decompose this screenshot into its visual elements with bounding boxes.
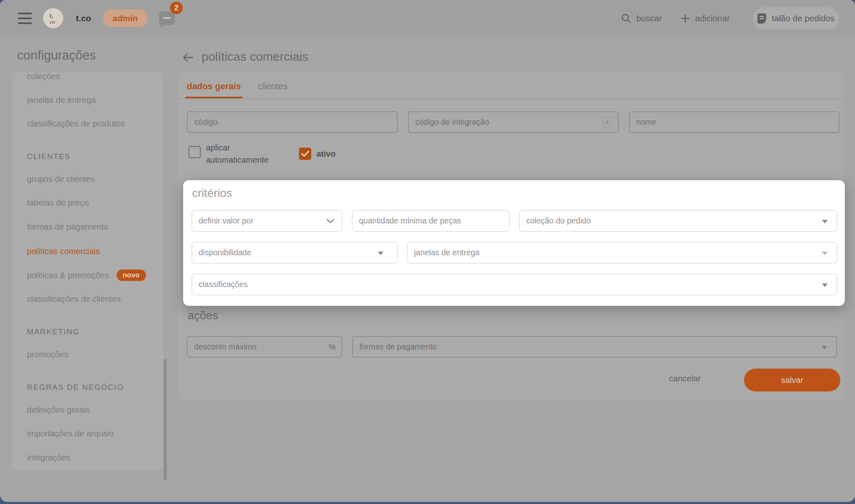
dropdown-triangle-icon [822,346,827,349]
sidebar-item-colecoes[interactable]: coleções [27,71,60,82]
plus-icon [680,13,690,23]
logo-text-line2: co [50,19,55,24]
percent-suffix: % [328,343,336,352]
sidebar-item-integracoes[interactable]: integrações [27,452,70,463]
dropdown-triangle-icon [378,252,383,255]
definir-valor-por-select[interactable]: definir valor por [192,210,342,232]
quantidade-minima-input[interactable] [352,210,509,232]
chat-icon-line [163,17,171,19]
sidebar-item-classificacoes-de-clientes[interactable]: classificações de clientes [27,293,121,305]
aplicar-automaticamente-label: aplicar automaticamente [206,141,277,166]
sidebar-scrollbar[interactable] [164,359,167,480]
back-arrow-icon[interactable] [181,51,195,64]
nome-input[interactable] [629,111,839,133]
search-label: buscar [636,13,662,23]
sidebar-title: configurações [17,48,96,63]
sidebar-item-formas-de-pagamento[interactable]: formas de pagamento [27,221,108,232]
dropdown-triangle-icon [822,252,828,255]
search-icon [621,13,631,24]
sidebar-item-politicas-comerciais[interactable]: políticas comerciais [27,245,100,257]
codigo-integracao-input[interactable] [408,111,619,133]
order-pad-icon [757,13,766,24]
sidebar-item-tabelas-de-preco[interactable]: tabelas de preço [27,197,89,208]
tab-clientes[interactable]: clientes [258,82,288,92]
disponibilidade-select[interactable]: disponibilidade [192,242,398,263]
acoes-heading: ações [188,309,218,322]
add-label: adicionar [695,13,730,23]
sidebar-item-janelas-de-entrega[interactable]: janelas de entrega [27,94,96,106]
sidebar-item-importacoes-de-arquivo[interactable]: importações de arquivo [27,428,114,439]
role-badge: admin [103,9,148,27]
logo-text-line1: t. [50,12,53,19]
sidebar-item-grupos-de-clientes[interactable]: grupos de clientes [27,173,95,185]
codigo-input[interactable] [187,111,398,133]
order-pad-label: talão de pedidos [772,13,835,23]
check-icon [301,150,309,157]
dropdown-triangle-icon [822,220,828,223]
order-pad-button[interactable]: talão de pedidos [753,7,839,29]
ativo-checkbox[interactable] [299,148,311,160]
sidebar-item-classificacoes-de-produtos[interactable]: classificações de produtos [27,118,125,129]
sidebar-section-clientes: CLIENTES [27,151,71,162]
ativo-label: ativo [317,149,336,159]
add-button[interactable]: adicionar [680,0,730,37]
tab-dados-gerais[interactable]: dados gerais [187,82,241,92]
app-window: t. co t.co admin 2 buscar adicionar [0,0,855,502]
search-button[interactable]: buscar [621,0,662,37]
chat-notification-badge: 2 [170,2,183,14]
janelas-de-entrega-select[interactable]: janelas de entrega [407,242,837,263]
sidebar-section-marketing: MARKETING [27,326,80,338]
cancel-button[interactable]: cancelar [669,374,701,383]
novo-badge: novo [117,270,146,281]
tab-divider [178,98,844,99]
chat-icon[interactable] [159,11,175,25]
save-button[interactable]: salvar [744,369,840,391]
sidebar-section-regras-de-negocio: REGRAS DE NEGÓCIO [27,382,124,393]
classificacoes-select[interactable]: classificações [192,274,837,295]
dropdown-triangle-icon [822,283,828,287]
topbar: t. co t.co admin 2 buscar adicionar [0,0,855,37]
number-stepper-icon[interactable]: ▲▼ [603,116,611,128]
sidebar-panel: coleções janelas de entrega classificaçõ… [11,71,163,471]
sidebar-item-definicoes-gerais[interactable]: definições gerais [27,404,90,416]
criterios-card: critérios definir valor por coleção do p… [183,180,845,306]
desconto-maximo-input[interactable] [187,336,342,358]
brand-logo-avatar[interactable]: t. co [43,8,63,28]
colecao-do-pedido-select[interactable]: coleção do pedido [519,210,837,232]
sidebar-item-politicas-e-promocoes[interactable]: políticas & promoções novo [27,270,146,281]
page-title: políticas comerciais [202,50,308,64]
screen: t. co t.co admin 2 buscar adicionar [0,0,855,504]
menu-icon[interactable] [18,13,32,24]
criterios-heading: critérios [192,187,232,200]
brand-name: t.co [76,13,91,23]
chevron-down-icon [326,219,334,223]
sidebar-item-promocoes[interactable]: promoções [27,349,68,360]
formas-de-pagamento-select[interactable]: formas de pagamento [352,336,837,358]
aplicar-automaticamente-checkbox[interactable] [188,146,201,158]
